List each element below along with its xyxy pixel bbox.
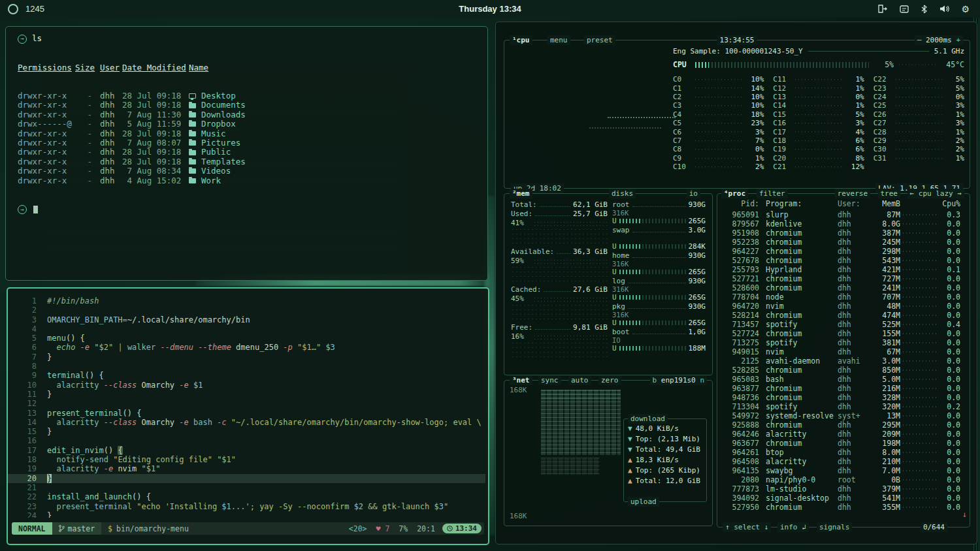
process-row[interactable]: 778704 node dhh 707M 0.0: [723, 292, 960, 302]
filter-button[interactable]: filter: [757, 189, 788, 198]
tree-button[interactable]: tree: [878, 189, 901, 198]
disks-box-title[interactable]: disks: [609, 189, 636, 198]
process-row[interactable]: 879567 kdenlive dhh 8.0G 0.0: [723, 219, 960, 228]
process-row[interactable]: 527721 chromium dhh 727M 0.0: [723, 274, 960, 283]
core-id: C10: [673, 163, 691, 171]
core-id: C13: [773, 93, 791, 101]
process-row[interactable]: 965091 slurp dhh 87M 0.3: [723, 210, 960, 219]
line-text: OMARCHY_BIN_PATH=~/.local/share/omarchy/…: [47, 315, 485, 324]
tray-apps-icon[interactable]: [900, 5, 909, 13]
process-row[interactable]: 777873 lm-studio dhh 379M 0.0: [723, 484, 960, 494]
process-user: dhh: [838, 375, 872, 384]
header-user[interactable]: User:: [838, 199, 872, 208]
process-row[interactable]: 925888 chromium dhh 295M 0.0: [723, 420, 960, 430]
process-cpu-graph: [902, 384, 938, 393]
cpu-box-title[interactable]: ¹cpu: [510, 35, 532, 45]
volume-icon[interactable]: [939, 5, 949, 13]
process-row[interactable]: 255793 Hyprland dhh 421M 0.1: [723, 265, 960, 274]
process-row[interactable]: 963677 chromium dhh 198M 0.0: [723, 439, 960, 448]
process-row[interactable]: 951908 chromium dhh 387M 0.0: [723, 228, 960, 238]
process-user: dhh: [838, 503, 872, 512]
core-id: C25: [874, 101, 892, 110]
net-box-title[interactable]: ³net: [510, 375, 532, 385]
iface-prev-button[interactable]: b: [653, 376, 657, 385]
process-row[interactable]: 964246 alacritty dhh 209M 0.0: [723, 430, 960, 439]
user-cell: dhh: [96, 176, 122, 185]
process-row[interactable]: 527950 chromium dhh 355M 0.0: [723, 503, 960, 512]
process-row[interactable]: 549972 systemd-resolve syst+ 13M 0.0: [723, 411, 960, 420]
iface-next-button[interactable]: n: [700, 376, 704, 385]
code-line: 18 notify-send "Editing config file" "$1…: [8, 455, 485, 464]
process-cpu-percent: 0.0: [939, 503, 960, 512]
process-row[interactable]: 2125 avahi-daemon avahi 3.0M 0.0: [723, 356, 960, 366]
core-graph: [894, 84, 942, 92]
header-program[interactable]: Program:: [759, 199, 838, 208]
process-row[interactable]: 713275 spotify dhh 381M 0.0: [723, 338, 960, 347]
mem-box-title[interactable]: ²mem: [510, 189, 532, 198]
process-memory: 87M: [872, 210, 900, 219]
net-stat-value: Top: (2,13 Mib): [636, 435, 700, 445]
process-cpu-percent: 0.0: [939, 283, 960, 292]
core-id: C2: [673, 93, 691, 101]
net-auto-button[interactable]: auto: [568, 375, 591, 385]
preset-button[interactable]: preset: [584, 35, 615, 45]
process-row[interactable]: 964508 alacritty dhh 210M 0.0: [723, 457, 960, 466]
launcher-icon[interactable]: [8, 4, 18, 14]
header-pid[interactable]: Pid:: [723, 199, 759, 208]
process-row[interactable]: 965083 bash dhh 5.0M 0.0: [723, 375, 960, 384]
code-line: 15 }: [8, 427, 485, 436]
logout-icon[interactable]: [877, 5, 888, 13]
net-interface-switcher[interactable]: b enp191s0 n: [650, 375, 707, 385]
menu-button[interactable]: menu: [547, 35, 570, 45]
process-row[interactable]: 952238 chromium dhh 245M 0.0: [723, 238, 960, 247]
memory-stats: Total: 62,1 GiB Used: 25,7 GiB 41%: [511, 200, 608, 361]
refresh-interval-control[interactable]: ─ 2000ms +: [915, 35, 963, 45]
process-row[interactable]: 2080 napi/phy0-0 root 0B 0.0: [723, 475, 960, 484]
core-id: C24: [874, 93, 892, 101]
scroll-down-indicator[interactable]: ↓: [962, 510, 967, 519]
process-row[interactable]: 963877 chromium dhh 216M 0.0: [723, 384, 960, 393]
process-row[interactable]: 964720 nvim dhh 48M 0.0: [723, 302, 960, 311]
header-name: Name: [189, 63, 487, 72]
code-buffer[interactable]: 1 #!/bin/bash 2 3 OMARCHY_BIN_PATH=~/.lo…: [8, 296, 485, 518]
process-row[interactable]: 527724 chromium dhh 155M 0.0: [723, 329, 960, 338]
settings-gear-icon[interactable]: ⚙: [961, 5, 970, 14]
process-row[interactable]: 948736 chromium dhh 328M 0.0: [723, 393, 960, 402]
process-row[interactable]: 713457 spotify dhh 525M 0.4: [723, 320, 960, 329]
process-row[interactable]: 713304 spotify dhh 320M 0.2: [723, 402, 960, 411]
user-cell: dhh: [96, 157, 122, 166]
net-zero-button[interactable]: zero: [598, 375, 621, 385]
sort-selector[interactable]: ← cpu lazy →: [907, 189, 964, 198]
prompt-line-empty[interactable]: →: [18, 205, 487, 215]
reverse-button[interactable]: reverse: [835, 189, 870, 198]
code-token: edit_in_nvim: [47, 446, 104, 455]
leader: [544, 291, 570, 292]
interval-minus-button[interactable]: ─: [917, 36, 922, 44]
bluetooth-icon[interactable]: [921, 5, 928, 14]
io-toggle[interactable]: io: [687, 189, 700, 198]
process-row[interactable]: 394092 signal-desktop dhh 541M 0.0: [723, 494, 960, 503]
process-row[interactable]: 964261 btop dhh 8.0M 0.0: [723, 448, 960, 457]
process-row[interactable]: 527678 chromium dhh 543M 0.0: [723, 256, 960, 265]
interval-plus-button[interactable]: +: [956, 36, 960, 44]
signals-control[interactable]: signals: [817, 522, 852, 532]
header-memory[interactable]: MemB: [872, 199, 900, 208]
line-text: }: [47, 474, 485, 483]
proc-box-title[interactable]: ⁴proc: [721, 189, 748, 198]
info-control[interactable]: info ↲: [777, 522, 809, 532]
permissions-cell: drwxr-xr-x: [18, 110, 75, 119]
select-control[interactable]: ↑ select ↓: [723, 522, 771, 532]
process-row[interactable]: 528214 chromium dhh 474M 0.0: [723, 311, 960, 320]
net-sync-button[interactable]: sync: [538, 375, 561, 385]
line-number: 16: [8, 436, 47, 445]
process-row[interactable]: 964227 chromium dhh 298M 0.0: [723, 247, 960, 256]
workspace-item[interactable]: 4: [35, 4, 39, 14]
direction-arrow-icon: ▼: [628, 435, 632, 445]
process-row[interactable]: 528600 chromium dhh 241M 0.0: [723, 283, 960, 292]
process-row[interactable]: 964135 swaybg dhh 7.0M 0.0: [723, 466, 960, 475]
process-row[interactable]: 949015 nvim dhh 67M 0.0: [723, 347, 960, 356]
process-row[interactable]: 528285 chromium dhh 850M 0.0: [723, 366, 960, 375]
workspace-item[interactable]: 5: [40, 4, 44, 14]
process-memory: 387M: [872, 228, 900, 238]
header-cpu[interactable]: Cpu%: [939, 199, 960, 208]
